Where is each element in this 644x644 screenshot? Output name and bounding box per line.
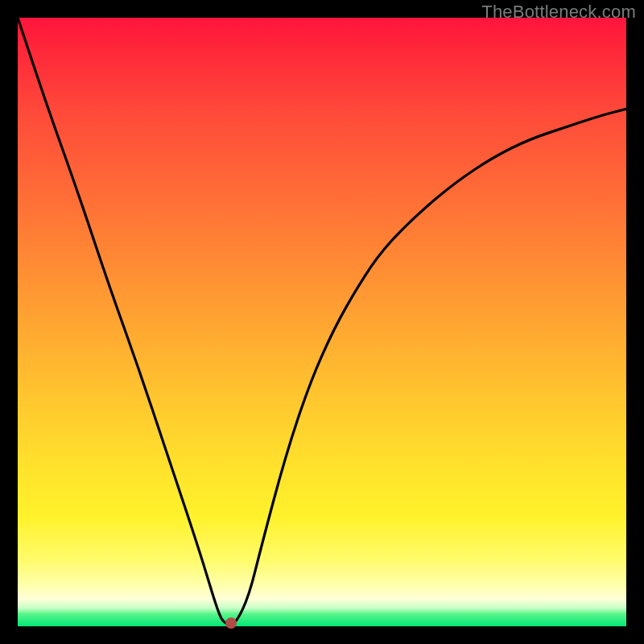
min-marker-icon	[225, 617, 237, 629]
plot-area	[18, 18, 626, 626]
bottleneck-curve	[18, 18, 626, 624]
curve-svg	[18, 18, 626, 626]
chart-frame: TheBottleneck.com	[0, 0, 644, 644]
watermark-text: TheBottleneck.com	[481, 2, 636, 23]
